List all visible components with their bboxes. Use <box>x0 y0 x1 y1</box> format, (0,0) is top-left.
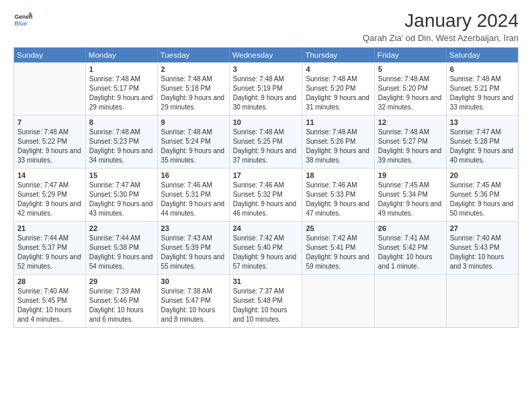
table-row: 5Sunrise: 7:48 AMSunset: 5:20 PMDaylight… <box>374 62 446 116</box>
day-number: 22 <box>89 224 154 232</box>
logo-icon: General Blue <box>13 11 32 30</box>
day-info: Sunrise: 7:38 AMSunset: 5:47 PMDaylight:… <box>161 287 226 324</box>
calendar-week-row: 1Sunrise: 7:48 AMSunset: 5:17 PMDaylight… <box>14 62 519 116</box>
calendar-week-row: 7Sunrise: 7:48 AMSunset: 5:22 PMDaylight… <box>14 115 519 168</box>
table-row: 3Sunrise: 7:48 AMSunset: 5:19 PMDaylight… <box>229 62 302 116</box>
day-info: Sunrise: 7:48 AMSunset: 5:25 PMDaylight:… <box>233 128 299 165</box>
table-row: 6Sunrise: 7:48 AMSunset: 5:21 PMDaylight… <box>446 62 518 116</box>
day-number: 8 <box>89 118 154 126</box>
day-number: 29 <box>89 277 154 285</box>
day-info: Sunrise: 7:41 AMSunset: 5:42 PMDaylight:… <box>378 234 443 271</box>
table-row: 13Sunrise: 7:47 AMSunset: 5:28 PMDayligh… <box>446 115 518 168</box>
day-number: 3 <box>233 65 299 73</box>
calendar-table: Sunday Monday Tuesday Wednesday Thursday… <box>13 47 519 328</box>
col-tuesday: Tuesday <box>157 47 229 62</box>
logo: General Blue <box>13 11 32 30</box>
day-number: 24 <box>233 224 299 232</box>
table-row: 23Sunrise: 7:43 AMSunset: 5:39 PMDayligh… <box>157 221 229 274</box>
day-info: Sunrise: 7:42 AMSunset: 5:41 PMDaylight:… <box>306 234 370 271</box>
day-info: Sunrise: 7:48 AMSunset: 5:23 PMDaylight:… <box>89 128 154 165</box>
day-info: Sunrise: 7:48 AMSunset: 5:21 PMDaylight:… <box>450 75 515 112</box>
table-row: 14Sunrise: 7:47 AMSunset: 5:29 PMDayligh… <box>14 168 86 221</box>
calendar-week-row: 21Sunrise: 7:44 AMSunset: 5:37 PMDayligh… <box>14 221 519 274</box>
day-info: Sunrise: 7:47 AMSunset: 5:29 PMDaylight:… <box>17 181 82 218</box>
day-info: Sunrise: 7:44 AMSunset: 5:38 PMDaylight:… <box>89 234 154 271</box>
day-info: Sunrise: 7:47 AMSunset: 5:30 PMDaylight:… <box>89 181 154 218</box>
day-info: Sunrise: 7:40 AMSunset: 5:43 PMDaylight:… <box>450 234 515 271</box>
day-number: 5 <box>378 65 443 73</box>
table-row: 24Sunrise: 7:42 AMSunset: 5:40 PMDayligh… <box>229 221 302 274</box>
day-info: Sunrise: 7:48 AMSunset: 5:24 PMDaylight:… <box>161 128 226 165</box>
day-number: 11 <box>306 118 370 126</box>
svg-text:Blue: Blue <box>15 20 28 27</box>
day-number: 20 <box>450 171 515 179</box>
day-number: 30 <box>161 277 226 285</box>
day-number: 7 <box>17 118 82 126</box>
day-info: Sunrise: 7:48 AMSunset: 5:26 PMDaylight:… <box>306 128 370 165</box>
day-info: Sunrise: 7:48 AMSunset: 5:18 PMDaylight:… <box>161 75 226 112</box>
col-wednesday: Wednesday <box>229 47 302 62</box>
table-row: 11Sunrise: 7:48 AMSunset: 5:26 PMDayligh… <box>302 115 374 168</box>
day-number: 18 <box>306 171 370 179</box>
table-row: 27Sunrise: 7:40 AMSunset: 5:43 PMDayligh… <box>446 221 518 274</box>
day-info: Sunrise: 7:48 AMSunset: 5:17 PMDaylight:… <box>89 75 154 112</box>
table-row: 21Sunrise: 7:44 AMSunset: 5:37 PMDayligh… <box>14 221 86 274</box>
day-number: 25 <box>306 224 370 232</box>
table-row: 29Sunrise: 7:39 AMSunset: 5:46 PMDayligh… <box>85 274 157 327</box>
table-row: 9Sunrise: 7:48 AMSunset: 5:24 PMDaylight… <box>157 115 229 168</box>
table-row: 17Sunrise: 7:46 AMSunset: 5:32 PMDayligh… <box>229 168 302 221</box>
day-number: 14 <box>17 171 82 179</box>
col-monday: Monday <box>85 47 157 62</box>
day-number: 26 <box>378 224 443 232</box>
day-info: Sunrise: 7:48 AMSunset: 5:27 PMDaylight:… <box>378 128 443 165</box>
day-info: Sunrise: 7:39 AMSunset: 5:46 PMDaylight:… <box>89 287 154 324</box>
day-number: 15 <box>89 171 154 179</box>
table-row: 7Sunrise: 7:48 AMSunset: 5:22 PMDaylight… <box>14 115 86 168</box>
day-number: 19 <box>378 171 443 179</box>
day-info: Sunrise: 7:43 AMSunset: 5:39 PMDaylight:… <box>161 234 226 271</box>
day-number: 6 <box>450 65 515 73</box>
day-number: 10 <box>233 118 299 126</box>
table-row: 22Sunrise: 7:44 AMSunset: 5:38 PMDayligh… <box>85 221 157 274</box>
day-number: 31 <box>233 277 299 285</box>
table-row <box>446 274 518 327</box>
col-sunday: Sunday <box>14 47 86 62</box>
col-friday: Friday <box>374 47 446 62</box>
header: General Blue January 2024 Qarah Zia' od … <box>13 11 519 43</box>
day-info: Sunrise: 7:46 AMSunset: 5:33 PMDaylight:… <box>306 181 370 218</box>
calendar-week-row: 28Sunrise: 7:40 AMSunset: 5:45 PMDayligh… <box>14 274 519 327</box>
day-number: 12 <box>378 118 443 126</box>
table-row: 8Sunrise: 7:48 AMSunset: 5:23 PMDaylight… <box>85 115 157 168</box>
table-row: 25Sunrise: 7:42 AMSunset: 5:41 PMDayligh… <box>302 221 374 274</box>
day-info: Sunrise: 7:48 AMSunset: 5:22 PMDaylight:… <box>17 128 82 165</box>
table-row: 31Sunrise: 7:37 AMSunset: 5:48 PMDayligh… <box>229 274 302 327</box>
col-thursday: Thursday <box>302 47 374 62</box>
day-info: Sunrise: 7:48 AMSunset: 5:20 PMDaylight:… <box>306 75 370 112</box>
day-info: Sunrise: 7:37 AMSunset: 5:48 PMDaylight:… <box>233 287 299 324</box>
table-row: 10Sunrise: 7:48 AMSunset: 5:25 PMDayligh… <box>229 115 302 168</box>
page: General Blue January 2024 Qarah Zia' od … <box>0 0 532 411</box>
header-row: Sunday Monday Tuesday Wednesday Thursday… <box>14 47 519 62</box>
day-info: Sunrise: 7:48 AMSunset: 5:20 PMDaylight:… <box>378 75 443 112</box>
day-number: 9 <box>161 118 226 126</box>
table-row: 16Sunrise: 7:46 AMSunset: 5:31 PMDayligh… <box>157 168 229 221</box>
table-row: 18Sunrise: 7:46 AMSunset: 5:33 PMDayligh… <box>302 168 374 221</box>
table-row <box>374 274 446 327</box>
table-row: 30Sunrise: 7:38 AMSunset: 5:47 PMDayligh… <box>157 274 229 327</box>
day-info: Sunrise: 7:44 AMSunset: 5:37 PMDaylight:… <box>17 234 82 271</box>
day-info: Sunrise: 7:45 AMSunset: 5:36 PMDaylight:… <box>450 181 515 218</box>
table-row: 26Sunrise: 7:41 AMSunset: 5:42 PMDayligh… <box>374 221 446 274</box>
title-block: January 2024 Qarah Zia' od Din, West Aze… <box>363 11 519 43</box>
day-number: 21 <box>17 224 82 232</box>
table-row <box>14 62 86 116</box>
day-number: 27 <box>450 224 515 232</box>
calendar-week-row: 14Sunrise: 7:47 AMSunset: 5:29 PMDayligh… <box>14 168 519 221</box>
day-info: Sunrise: 7:46 AMSunset: 5:31 PMDaylight:… <box>161 181 226 218</box>
table-row: 4Sunrise: 7:48 AMSunset: 5:20 PMDaylight… <box>302 62 374 116</box>
day-info: Sunrise: 7:45 AMSunset: 5:34 PMDaylight:… <box>378 181 443 218</box>
table-row: 2Sunrise: 7:48 AMSunset: 5:18 PMDaylight… <box>157 62 229 116</box>
day-info: Sunrise: 7:42 AMSunset: 5:40 PMDaylight:… <box>233 234 299 271</box>
day-number: 16 <box>161 171 226 179</box>
col-saturday: Saturday <box>446 47 518 62</box>
day-number: 13 <box>450 118 515 126</box>
